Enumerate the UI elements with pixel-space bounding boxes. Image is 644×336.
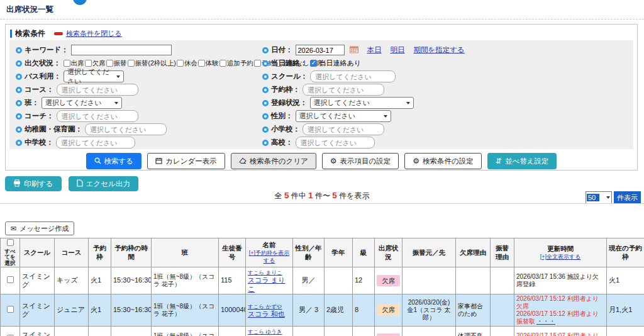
bus-select[interactable]: 選択してください bbox=[64, 70, 124, 82]
gender-age-cell: 男／ 5 bbox=[293, 326, 325, 336]
high-school-input[interactable] bbox=[296, 137, 375, 148]
gear-icon: ⚙ bbox=[330, 157, 337, 165]
checkbox[interactable] bbox=[254, 60, 261, 67]
search-button[interactable]: 検索する bbox=[86, 153, 142, 169]
accent-bar bbox=[10, 30, 12, 38]
bullet-icon bbox=[262, 140, 269, 146]
registration-select[interactable]: 選択してください bbox=[310, 97, 414, 109]
sort-settings-button[interactable]: ⇵ 並べ替え設定 bbox=[487, 153, 557, 169]
student-furigana-link[interactable]: すこら かずや bbox=[248, 303, 282, 310]
slot-input[interactable] bbox=[303, 84, 384, 96]
column-header: 振替理由 bbox=[491, 238, 514, 267]
table-row: スイミングジュニア火115:30~16:301班（無~8級）（スコラ 花子）10… bbox=[1, 294, 644, 326]
page: 出席状況一覧 検索条件 検索条件を閉じる キーワード： 日付： bbox=[0, 0, 644, 336]
column-header: 名前[+]予約枠を表示する bbox=[246, 238, 293, 267]
gear-icon: ⚙ bbox=[413, 157, 419, 165]
field-bus: バス利用： 選択してください bbox=[16, 70, 262, 82]
search-settings-button[interactable]: ⚙ 検索条件の設定 bbox=[404, 153, 482, 169]
name-cell: すこら まりこスコラ まりこ bbox=[246, 267, 293, 294]
search-icon bbox=[94, 157, 101, 165]
calendar-view-button[interactable]: カレンダー表示 bbox=[147, 153, 225, 169]
bullet-icon bbox=[262, 113, 269, 120]
divider bbox=[0, 203, 644, 204]
student-name-link[interactable]: スコラ 和也 bbox=[248, 310, 285, 318]
bullet-icon bbox=[262, 47, 269, 53]
status-cell: 欠席 bbox=[375, 326, 402, 336]
attendance-option[interactable]: 体験 bbox=[198, 59, 219, 68]
elementary-input[interactable] bbox=[303, 123, 384, 135]
total-count: 5 bbox=[284, 191, 289, 200]
attendance-option[interactable]: 振替(2枠以上) bbox=[128, 59, 176, 68]
course-input[interactable] bbox=[57, 84, 138, 96]
gender-age-cell: 男／ bbox=[293, 267, 325, 294]
calendar-icon bbox=[155, 157, 162, 165]
bullet-icon bbox=[16, 140, 22, 146]
school-input[interactable] bbox=[310, 70, 396, 82]
checkbox[interactable] bbox=[106, 60, 113, 67]
table-row: スイミングキッズ火115:30~16:301班（無~8級）（スコラ 花子）115… bbox=[1, 267, 644, 294]
print-button[interactable]: 印刷する bbox=[5, 176, 62, 191]
header-expand-link[interactable]: [+]予約枠を表示する bbox=[248, 250, 291, 264]
select-all-header: すべてを選択 bbox=[1, 238, 20, 267]
keyword-input[interactable] bbox=[71, 45, 172, 55]
period-link[interactable]: 期間を指定する bbox=[414, 45, 465, 55]
bullet-icon bbox=[16, 113, 22, 120]
student-furigana-link[interactable]: すこら まりこ bbox=[248, 269, 282, 276]
select-all-checkbox[interactable] bbox=[7, 239, 14, 246]
checkbox-label: 休会 bbox=[184, 59, 197, 68]
checkbox[interactable] bbox=[64, 60, 70, 67]
student-name-link[interactable]: スコラ まりこ bbox=[248, 276, 285, 292]
excel-export-button[interactable]: エクセル出力 bbox=[69, 176, 138, 191]
group-select[interactable]: 選択してください bbox=[42, 97, 122, 109]
group-cell: 1班（無~8級）（スコラ 太郎） bbox=[152, 326, 219, 336]
field-coach: コーチ： bbox=[16, 110, 262, 122]
gender-age-cell: 男／ 3 bbox=[293, 294, 325, 326]
header-expand-link[interactable]: [+]全文表示する bbox=[516, 254, 604, 260]
same-day-checkbox[interactable] bbox=[310, 60, 317, 67]
tomorrow-link[interactable]: 明日 bbox=[391, 45, 405, 55]
junior-high-input[interactable] bbox=[56, 137, 135, 148]
checkbox[interactable] bbox=[198, 60, 205, 67]
kindergarten-input[interactable] bbox=[85, 123, 167, 135]
checkbox-label: 欠席 bbox=[92, 59, 106, 68]
create-message-button[interactable]: ✉ メッセージ作成 bbox=[5, 221, 74, 235]
attendance-option[interactable]: 振替 bbox=[106, 59, 127, 68]
gender-select[interactable]: 選択してください bbox=[296, 110, 391, 122]
row-checkbox[interactable] bbox=[7, 306, 14, 313]
field-high-school: 高校： bbox=[262, 137, 633, 148]
to-count: 5 bbox=[332, 191, 337, 200]
calendar-picker-icon[interactable] bbox=[350, 45, 358, 56]
checkbox[interactable] bbox=[177, 60, 184, 67]
table-row: スイミングキッズ火216:30~17:301班（無~8級）（スコラ 太郎）100… bbox=[1, 326, 644, 336]
column-header: 学年 bbox=[325, 238, 353, 267]
per-page-select[interactable]: 50 bbox=[586, 191, 612, 204]
attendance-option[interactable]: 出席 bbox=[64, 59, 84, 68]
checkbox[interactable] bbox=[219, 60, 226, 67]
date-input[interactable] bbox=[296, 45, 345, 55]
per-page-button[interactable]: 件表示 bbox=[614, 191, 641, 204]
bullet-icon bbox=[16, 47, 22, 53]
collapse-minus-icon[interactable] bbox=[54, 32, 63, 35]
search-buttons: 検索する カレンダー表示 検索条件のクリア ⚙ 表示項目の設定 ⚙ 検索条件の設… bbox=[6, 153, 637, 169]
close-search-link[interactable]: 検索条件を閉じる bbox=[66, 29, 122, 38]
chevron-down-icon bbox=[384, 115, 387, 118]
more-link[interactable]: ・・・ bbox=[536, 318, 555, 325]
field-kindergarten: 幼稚園・保育園： bbox=[16, 123, 262, 135]
clear-search-button[interactable]: 検索条件のクリア bbox=[231, 153, 316, 169]
checkbox-label: 振替 bbox=[114, 59, 127, 68]
today-link[interactable]: 本日 bbox=[367, 45, 382, 55]
course-cell: ジュニア bbox=[55, 294, 89, 326]
attendance-option[interactable]: 欠席 bbox=[85, 59, 106, 68]
display-settings-button[interactable]: ⚙ 表示項目の設定 bbox=[322, 153, 399, 169]
per-page-control: 50 件表示 bbox=[586, 191, 641, 204]
attendance-option[interactable]: 休会 bbox=[177, 59, 197, 68]
school-cell: スイミング bbox=[20, 326, 55, 336]
transfer-reason-cell bbox=[491, 326, 514, 336]
checkbox[interactable] bbox=[128, 60, 135, 67]
status-badge: 欠席 bbox=[377, 333, 400, 336]
row-checkbox[interactable] bbox=[7, 276, 14, 283]
checkbox[interactable] bbox=[85, 60, 92, 67]
coach-input[interactable] bbox=[57, 110, 138, 122]
attendance-option[interactable]: 追加予約 bbox=[219, 59, 253, 68]
student-furigana-link[interactable]: すこら ゆうき bbox=[248, 328, 282, 335]
